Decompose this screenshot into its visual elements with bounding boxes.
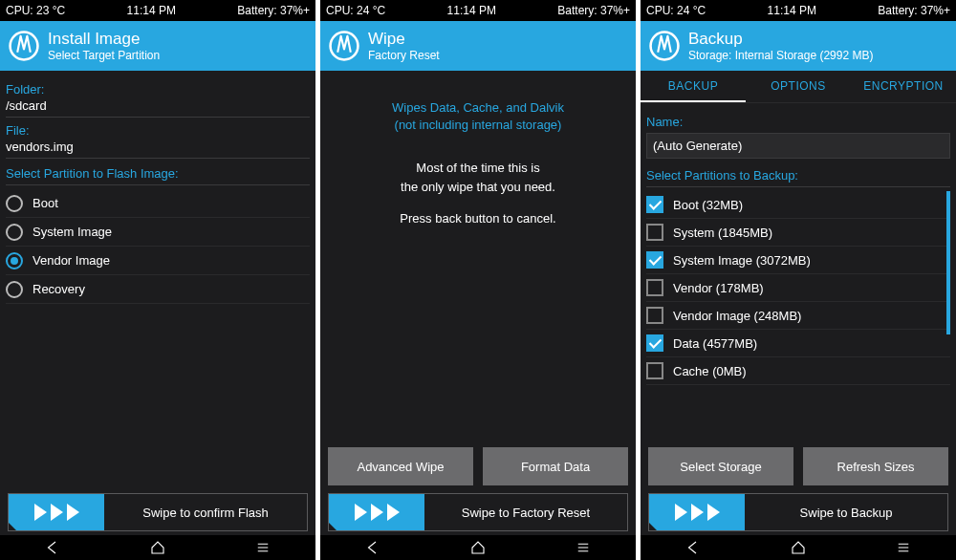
swipe-handle-icon [329,494,424,530]
android-navbar [0,535,315,560]
folder-label: Folder: [6,82,310,97]
status-cpu: CPU: 23 °C [6,4,65,17]
check-data[interactable]: Data (4577MB) [646,330,950,357]
check-label: Data (4577MB) [673,336,757,351]
status-bar: CPU: 23 °C 11:14 PM Battery: 37%+ [0,0,315,21]
radio-icon [6,224,23,241]
partition-list[interactable]: Boot (32MB) System (1845MB) System Image… [646,191,950,385]
file-value: vendors.img [6,140,310,154]
header: Install Image Select Target Partition [0,21,315,71]
screen-backup: CPU: 24 °C 11:14 PM Battery: 37%+ Backup… [641,0,956,560]
header: Backup Storage: Internal Storage (2992 M… [641,21,956,71]
home-icon[interactable] [149,539,166,556]
radio-vendor-image[interactable]: Vendor Image [6,247,310,275]
wipe-cancel-hint: Press back button to cancel. [326,209,630,228]
status-cpu: CPU: 24 °C [326,4,385,17]
check-label: Boot (32MB) [673,198,743,212]
page-subtitle: Select Target Partition [48,49,160,62]
checkbox-icon [646,196,663,213]
home-icon[interactable] [790,539,807,556]
folder-value: /sdcard [6,98,310,113]
checkbox-icon [646,279,663,296]
recents-icon[interactable] [254,539,272,556]
file-label: File: [6,123,310,138]
button-label: Advanced Wipe [357,460,444,474]
status-cpu: CPU: 24 °C [646,4,706,17]
checkbox-icon [646,334,663,352]
swipe-confirm-flash[interactable]: Swipe to confirm Flash [8,493,308,531]
swipe-handle-icon [649,494,745,530]
android-navbar [320,535,636,560]
android-navbar [641,535,956,560]
page-title: Wipe [368,30,440,49]
tab-backup[interactable]: BACKUP [641,71,746,102]
recents-icon[interactable] [895,539,912,556]
wipe-desc-line2: (not including internal storage) [326,117,630,134]
status-time: 11:14 PM [447,4,496,17]
swipe-factory-reset[interactable]: Swipe to Factory Reset [328,493,628,531]
radio-boot[interactable]: Boot [6,189,310,218]
header: Wipe Factory Reset [320,21,636,71]
status-battery: Battery: 37%+ [878,4,950,17]
refresh-sizes-button[interactable]: Refresh Sizes [803,447,948,485]
status-battery: Battery: 37%+ [557,4,630,17]
wipe-hint: Most of the time this is the only wipe t… [326,159,630,228]
checkbox-icon [646,362,663,379]
recents-icon[interactable] [575,539,592,556]
radio-icon [6,195,23,212]
home-icon[interactable] [469,539,487,556]
swipe-handle-icon [9,494,104,530]
swipe-label: Swipe to confirm Flash [104,506,307,520]
check-boot[interactable]: Boot (32MB) [646,191,950,219]
check-label: Vendor Image (248MB) [673,309,801,323]
partition-section-title: Select Partitions to Backup: [646,168,950,183]
wipe-desc-line1: Wipes Data, Cache, and Dalvik [326,99,630,117]
page-subtitle: Storage: Internal Storage (2992 MB) [688,49,873,62]
divider [6,158,310,159]
wipe-description: Wipes Data, Cache, and Dalvik (not inclu… [326,99,630,134]
tab-label: OPTIONS [771,79,826,93]
button-label: Refresh Sizes [837,460,915,474]
advanced-wipe-button[interactable]: Advanced Wipe [328,447,473,485]
select-storage-button[interactable]: Select Storage [648,447,793,485]
status-battery: Battery: 37%+ [237,4,310,17]
back-icon[interactable] [44,539,61,556]
backup-name-input[interactable] [646,133,950,159]
radio-recovery[interactable]: Recovery [6,275,310,304]
wipe-hint-line1: Most of the time this is [326,159,630,178]
check-cache[interactable]: Cache (0MB) [646,357,950,385]
format-data-button[interactable]: Format Data [483,447,628,485]
back-icon[interactable] [684,539,702,556]
check-vendor-image[interactable]: Vendor Image (248MB) [646,302,950,330]
swipe-label: Swipe to Factory Reset [424,506,627,520]
page-title: Install Image [48,30,160,49]
radio-label: Boot [33,196,58,210]
swipe-backup[interactable]: Swipe to Backup [648,493,948,531]
radio-label: Vendor Image [33,253,110,268]
check-system[interactable]: System (1845MB) [646,219,950,247]
status-time: 11:14 PM [127,4,176,17]
button-label: Select Storage [680,460,761,474]
radio-label: Recovery [33,282,85,296]
status-bar: CPU: 24 °C 11:14 PM Battery: 37%+ [320,0,636,21]
back-icon[interactable] [364,539,381,556]
wipe-hint-line2: the only wipe that you need. [326,178,630,197]
radio-system-image[interactable]: System Image [6,218,310,247]
page-subtitle: Factory Reset [368,49,440,62]
divider [6,117,310,118]
check-system-image[interactable]: System Image (3072MB) [646,247,950,274]
tab-options[interactable]: OPTIONS [746,71,851,102]
checkbox-icon [646,251,663,269]
button-label: Format Data [521,460,590,474]
scrollbar[interactable] [946,191,950,334]
check-vendor[interactable]: Vendor (178MB) [646,274,950,302]
status-bar: CPU: 24 °C 11:14 PM Battery: 37%+ [641,0,956,21]
tab-encryption[interactable]: ENCRYPTION [851,71,956,102]
check-label: System (1845MB) [673,226,772,240]
divider [6,184,310,185]
divider [646,186,950,187]
tab-label: ENCRYPTION [863,79,943,93]
check-label: System Image (3072MB) [673,253,811,268]
twrp-logo-icon [648,30,681,62]
tab-bar: BACKUP OPTIONS ENCRYPTION [641,71,956,103]
